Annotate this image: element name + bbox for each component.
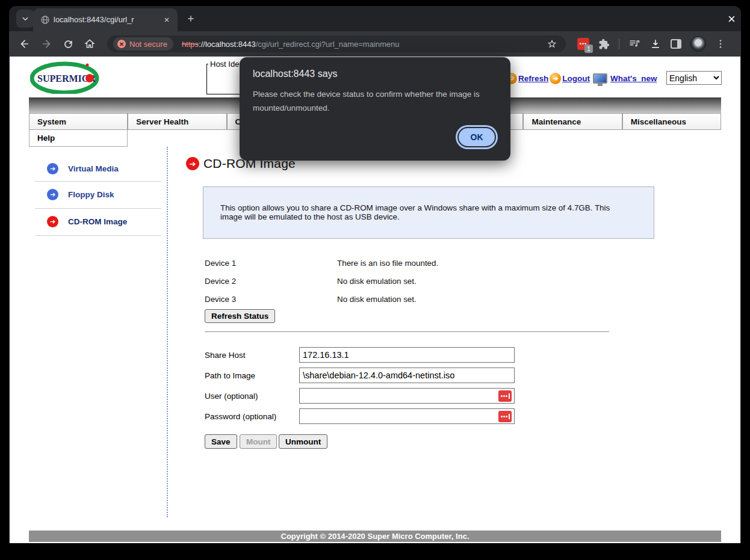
- tab-help[interactable]: Help: [29, 130, 128, 147]
- sidebar-divider: [167, 147, 168, 517]
- puzzle-icon: [598, 38, 610, 50]
- browser-menu-button[interactable]: [715, 38, 726, 49]
- alert-ok-button[interactable]: OK: [457, 127, 496, 147]
- not-secure-icon: ✕: [117, 40, 126, 48]
- logout-link[interactable]: Logout: [562, 74, 590, 83]
- whats-new-monitor-icon: [593, 73, 607, 84]
- tab-server-health[interactable]: Server Health: [128, 113, 226, 130]
- arrow-circle-icon: ➔: [47, 216, 58, 227]
- side-panel-icon[interactable]: [671, 39, 681, 49]
- window-close-button[interactable]: [724, 11, 739, 26]
- tab-strip: localhost:8443/cgi/url_r: [9, 6, 741, 31]
- home-icon: [84, 38, 96, 50]
- browser-toolbar: ✕ Not secure https://localhost:8443/cgi/…: [9, 31, 741, 57]
- download-icon: [649, 38, 662, 50]
- sidebar-item-virtual-media[interactable]: ➔ Virtual Media: [47, 161, 119, 176]
- path-to-image-label: Path to Image: [205, 371, 255, 380]
- extension-badge: 1: [584, 45, 593, 53]
- whats-new-link[interactable]: What's_new: [610, 74, 657, 83]
- toolbar-right-icons: ••• 1: [577, 35, 726, 53]
- alert-dialog: localhost:8443 says Please check the dev…: [240, 57, 510, 161]
- info-text: This option allows you to share a CD-ROM…: [220, 203, 627, 221]
- tab-close-button[interactable]: [161, 14, 173, 26]
- header-links: ↻ Refresh ➔ Logout What's_new: [506, 71, 657, 85]
- extensions-button[interactable]: [598, 38, 610, 50]
- user-input[interactable]: [299, 388, 515, 404]
- tab-miscellaneous[interactable]: Miscellaneous: [622, 113, 721, 130]
- share-host-label: Share Host: [205, 351, 246, 360]
- url-host: ://localhost:8443: [199, 40, 256, 49]
- form-divider: [205, 331, 609, 332]
- reload-icon: [63, 38, 74, 50]
- user-label: User (optional): [205, 392, 258, 401]
- toolbar-divider: [619, 38, 619, 49]
- bookmark-button[interactable]: [547, 38, 557, 49]
- kebab-menu-icon: [715, 38, 726, 49]
- url-text: https://localhost:8443/cgi/url_redirect.…: [182, 40, 400, 49]
- supermicro-logo: SUPERMICR: [30, 61, 102, 94]
- footer-bar: Copyright © 2014-2020 Super Micro Comput…: [29, 531, 721, 542]
- device-1-status: There is an iso file mounted.: [337, 259, 438, 268]
- alert-dialog-title: localhost:8443 says: [253, 69, 338, 79]
- path-to-image-input[interactable]: [299, 368, 515, 383]
- address-bar[interactable]: ✕ Not secure https://localhost:8443/cgi/…: [107, 35, 566, 52]
- device-1-label: Device 1: [205, 259, 236, 268]
- home-button[interactable]: [82, 37, 97, 51]
- sidebar-separator: [35, 208, 161, 209]
- chevron-down-icon: [21, 14, 29, 23]
- plus-icon: [186, 14, 196, 23]
- tab-title-fade: [139, 13, 157, 28]
- info-box: This option allows you to share a CD-ROM…: [203, 186, 654, 239]
- sidebar-item-floppy-disk[interactable]: ➔ Floppy Disk: [47, 187, 114, 202]
- profile-avatar[interactable]: [690, 36, 706, 52]
- forward-arrow-icon: [40, 38, 52, 50]
- new-tab-button[interactable]: [184, 11, 198, 26]
- password-extension-button[interactable]: ••• 1: [577, 38, 589, 50]
- tab-search-button[interactable]: [16, 10, 34, 28]
- share-host-input[interactable]: [299, 347, 515, 363]
- password-manager-icon[interactable]: [498, 411, 512, 422]
- language-select[interactable]: English: [666, 71, 722, 85]
- browser-tab[interactable]: localhost:8443/cgi/url_r: [33, 8, 178, 31]
- tab-maintenance[interactable]: Maintenance: [523, 113, 622, 130]
- close-icon: [163, 16, 170, 23]
- reload-button[interactable]: [61, 37, 75, 51]
- alert-dialog-message: Please check the device status to confir…: [253, 87, 489, 115]
- arrow-circle-icon: ➔: [47, 163, 58, 174]
- device-2-status: No disk emulation set.: [337, 277, 417, 286]
- password-label: Password (optional): [205, 412, 276, 421]
- save-button[interactable]: Save: [205, 434, 237, 449]
- media-controls-icon: [628, 38, 640, 50]
- security-chip-label: Not secure: [129, 40, 167, 49]
- back-button[interactable]: [17, 37, 32, 51]
- close-icon: [727, 14, 736, 23]
- device-3-status: No disk emulation set.: [337, 295, 417, 304]
- sidebar-separator: [35, 181, 161, 182]
- device-3-label: Device 3: [205, 295, 236, 304]
- unmount-button[interactable]: Unmount: [279, 434, 327, 449]
- logout-icon: ➔: [550, 73, 561, 84]
- url-scheme: https: [182, 40, 199, 49]
- sidebar-item-cdrom-image[interactable]: ➔ CD-ROM Image: [47, 214, 127, 229]
- globe-icon: [40, 15, 50, 25]
- star-icon: [547, 38, 557, 49]
- forward-button[interactable]: [39, 37, 54, 51]
- sidebar-separator: [35, 235, 161, 236]
- mount-button[interactable]: Mount: [240, 434, 277, 449]
- security-chip[interactable]: ✕ Not secure: [113, 37, 173, 51]
- screen: localhost:8443/cgi/url_r: [0, 0, 750, 560]
- downloads-button[interactable]: [649, 38, 662, 50]
- back-arrow-icon: [19, 38, 31, 50]
- device-2-label: Device 2: [205, 277, 236, 286]
- refresh-status-button[interactable]: Refresh Status: [205, 309, 275, 323]
- arrow-circle-icon: ➔: [186, 157, 199, 170]
- arrow-circle-icon: ➔: [47, 189, 58, 200]
- password-manager-icon[interactable]: [498, 390, 512, 402]
- copyright-text: Copyright © 2014-2020 Super Micro Comput…: [281, 532, 470, 541]
- refresh-link[interactable]: Refresh: [518, 74, 548, 83]
- media-controls-button[interactable]: [628, 38, 640, 50]
- url-path: /cgi/url_redirect.cgi?url_name=mainmenu: [256, 40, 400, 49]
- tab-system[interactable]: System: [29, 113, 128, 130]
- password-input[interactable]: [299, 408, 515, 424]
